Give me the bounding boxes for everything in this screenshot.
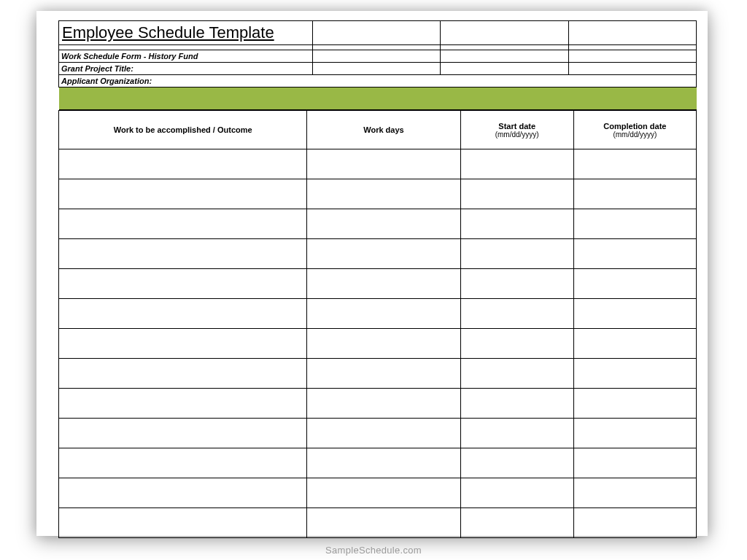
table-cell[interactable]	[573, 209, 696, 239]
table-row[interactable]	[59, 389, 697, 419]
table-cell[interactable]	[573, 299, 696, 329]
meta-blank	[313, 50, 441, 63]
table-cell[interactable]	[307, 419, 460, 448]
table-cell[interactable]	[460, 359, 573, 389]
meta-blank	[568, 50, 696, 63]
table-cell[interactable]	[59, 179, 307, 209]
table-cell[interactable]	[59, 359, 307, 389]
table-cell[interactable]	[59, 149, 307, 179]
table-row[interactable]	[59, 209, 697, 239]
table-cell[interactable]	[307, 269, 460, 299]
document-content: Employee Schedule Template Work Schedule…	[58, 20, 697, 538]
table-cell[interactable]	[460, 508, 573, 538]
spacer	[59, 45, 313, 50]
table-cell[interactable]	[59, 329, 307, 359]
spacer	[313, 45, 441, 50]
green-band	[59, 88, 697, 110]
table-cell[interactable]	[460, 478, 573, 508]
table-cell[interactable]	[460, 239, 573, 269]
grant-title-label: Grant Project Title:	[59, 63, 313, 75]
table-cell[interactable]	[573, 239, 696, 269]
meta-blank	[568, 63, 696, 75]
header-blank	[568, 21, 696, 45]
table-cell[interactable]	[573, 478, 696, 508]
header-table: Employee Schedule Template Work Schedule…	[58, 20, 697, 110]
form-name-label: Work Schedule Form - History Fund	[59, 50, 313, 63]
table-cell[interactable]	[59, 239, 307, 269]
applicant-org-label: Applicant Organization:	[59, 75, 697, 88]
table-row[interactable]	[59, 419, 697, 448]
table-row[interactable]	[59, 329, 697, 359]
table-cell[interactable]	[573, 269, 696, 299]
table-cell[interactable]	[59, 299, 307, 329]
column-header-row: Work to be accomplished / Outcome Work d…	[59, 111, 697, 149]
col-work: Work to be accomplished / Outcome	[59, 111, 307, 149]
header-blank	[441, 21, 568, 45]
spacer	[568, 45, 696, 50]
table-cell[interactable]	[460, 448, 573, 478]
table-row[interactable]	[59, 239, 697, 269]
table-cell[interactable]	[460, 419, 573, 448]
table-cell[interactable]	[59, 209, 307, 239]
table-cell[interactable]	[573, 179, 696, 209]
table-row[interactable]	[59, 179, 697, 209]
table-cell[interactable]	[307, 448, 460, 478]
col-end: Completion date (mm/dd/yyyy)	[573, 111, 696, 149]
table-cell[interactable]	[460, 389, 573, 419]
table-body	[59, 149, 697, 538]
document-title: Employee Schedule Template	[59, 21, 313, 45]
table-row[interactable]	[59, 478, 697, 508]
table-row[interactable]	[59, 299, 697, 329]
col-end-format: (mm/dd/yyyy)	[577, 131, 693, 139]
table-row[interactable]	[59, 448, 697, 478]
watermark: SampleSchedule.com	[0, 545, 747, 556]
table-cell[interactable]	[307, 389, 460, 419]
spacer	[441, 45, 568, 50]
meta-blank	[441, 63, 568, 75]
table-cell[interactable]	[307, 179, 460, 209]
table-cell[interactable]	[59, 448, 307, 478]
table-row[interactable]	[59, 508, 697, 538]
col-days: Work days	[307, 111, 460, 149]
table-row[interactable]	[59, 359, 697, 389]
table-cell[interactable]	[573, 448, 696, 478]
col-end-label: Completion date	[603, 122, 666, 131]
table-cell[interactable]	[307, 299, 460, 329]
table-cell[interactable]	[307, 239, 460, 269]
table-cell[interactable]	[573, 508, 696, 538]
table-cell[interactable]	[59, 508, 307, 538]
table-row[interactable]	[59, 269, 697, 299]
schedule-table: Work to be accomplished / Outcome Work d…	[58, 110, 697, 538]
table-cell[interactable]	[573, 329, 696, 359]
table-cell[interactable]	[59, 269, 307, 299]
table-cell[interactable]	[307, 209, 460, 239]
col-start-label: Start date	[498, 122, 535, 131]
col-start: Start date (mm/dd/yyyy)	[460, 111, 573, 149]
col-start-format: (mm/dd/yyyy)	[464, 131, 570, 139]
table-cell[interactable]	[59, 389, 307, 419]
table-cell[interactable]	[573, 149, 696, 179]
table-cell[interactable]	[460, 209, 573, 239]
table-cell[interactable]	[573, 419, 696, 448]
table-cell[interactable]	[573, 359, 696, 389]
meta-blank	[441, 50, 568, 63]
table-cell[interactable]	[460, 329, 573, 359]
table-cell[interactable]	[307, 478, 460, 508]
table-cell[interactable]	[460, 269, 573, 299]
table-cell[interactable]	[573, 389, 696, 419]
table-cell[interactable]	[460, 149, 573, 179]
table-cell[interactable]	[307, 329, 460, 359]
header-blank	[313, 21, 441, 45]
table-cell[interactable]	[460, 299, 573, 329]
meta-blank	[313, 63, 441, 75]
table-cell[interactable]	[307, 149, 460, 179]
table-cell[interactable]	[307, 359, 460, 389]
table-cell[interactable]	[460, 179, 573, 209]
table-cell[interactable]	[307, 508, 460, 538]
table-row[interactable]	[59, 149, 697, 179]
table-cell[interactable]	[59, 419, 307, 448]
table-cell[interactable]	[59, 478, 307, 508]
